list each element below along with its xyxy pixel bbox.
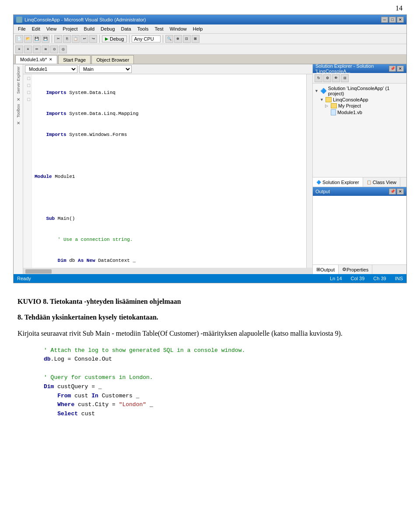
menu-test[interactable]: Test [152, 25, 166, 32]
toolbar-more-1[interactable]: ⊡ [183, 35, 191, 43]
find-icon[interactable]: ⊕ [174, 35, 182, 43]
se-show-all-icon[interactable]: 👁 [332, 74, 340, 82]
indent-icon[interactable]: ≡ [15, 45, 23, 53]
menu-file[interactable]: File [15, 25, 28, 32]
tab-start-page[interactable]: Start Page [58, 55, 91, 64]
code-class-selector[interactable]: Module1 [25, 65, 77, 73]
status-bar: Ready Ln 14 Col 39 Ch 39 INS [14, 274, 406, 283]
restore-button[interactable]: □ [389, 17, 396, 23]
code-line-2: Imports System.Data.Linq.Mapping [35, 110, 304, 117]
h-scroll-thumb[interactable] [25, 269, 52, 274]
outdent-icon[interactable]: ≡ [24, 45, 32, 53]
output-tabs: ⊞ Output ⚙ Properties [313, 264, 406, 274]
title-bar-buttons[interactable]: ─ □ ✕ [381, 17, 404, 23]
comment-icon[interactable]: ✏ [33, 45, 41, 53]
se-tab-cv-label: Class View [373, 180, 396, 185]
toolbox-label[interactable]: Toolbox [16, 102, 21, 120]
code-toolbar: Module1 Main [23, 64, 312, 74]
se-project-item[interactable]: ▼ LinqConsoleApp [315, 97, 405, 103]
code-block-line1: ' Attach the log to show generated SQL i… [44, 346, 402, 355]
menu-window[interactable]: Window [167, 25, 189, 32]
menu-project[interactable]: Project [60, 25, 80, 32]
new-project-icon[interactable]: 📄 [15, 35, 23, 43]
save-icon[interactable]: 💾 [33, 35, 41, 43]
menu-view[interactable]: View [44, 25, 60, 32]
se-myproject-label: My Project [338, 103, 361, 108]
output-tab-props-icon: ⚙ [342, 267, 346, 272]
debug-button[interactable]: ▶ Debug [102, 35, 127, 42]
solution-icon: 🔷 [320, 88, 327, 94]
menu-edit[interactable]: Edit [29, 25, 43, 32]
se-close-button[interactable]: ✕ [397, 66, 404, 72]
status-ins: INS [395, 276, 403, 281]
server-explorer-label[interactable]: Server Explorer [16, 64, 21, 96]
code-editor: Module1 Main □ □ [23, 64, 312, 274]
cpu-dropdown[interactable]: Any CPU [132, 35, 160, 42]
code-content: □ □ □ □ [23, 74, 312, 268]
se-module1-label: Module1.vb [337, 110, 362, 115]
title-bar-text: LinqConsoleApp - Microsoft Visual Studio… [24, 17, 146, 22]
toolbox-close[interactable]: ✕ [17, 121, 20, 125]
ln-expand-7: □ [23, 82, 30, 89]
close-button[interactable]: ✕ [397, 17, 404, 23]
paste-icon[interactable]: 📋 [72, 35, 80, 43]
title-bar-left: LinqConsoleApp - Microsoft Visual Studio… [16, 17, 146, 23]
h-scroll-track [23, 269, 312, 274]
output-pin-button[interactable]: 📌 [389, 188, 396, 195]
breakpoint-icon[interactable]: ⊙ [50, 45, 58, 53]
output-close-button[interactable]: ✕ [397, 188, 404, 195]
cut-icon[interactable]: ✂ [54, 35, 62, 43]
app-icon [16, 17, 22, 23]
menu-bar: File Edit View Project Build Debug Data … [14, 24, 406, 34]
play-icon: ▶ [105, 36, 108, 41]
se-module1-item[interactable]: Module1.vb [315, 109, 405, 116]
tab-module1[interactable]: Module1.vb* ✕ [15, 55, 57, 64]
minimize-button[interactable]: ─ [381, 17, 388, 23]
menu-debug[interactable]: Debug [98, 25, 117, 32]
code-method-selector[interactable]: Main [79, 65, 132, 73]
se-refresh-icon[interactable]: ↻ [315, 74, 322, 82]
se-properties-icon[interactable]: ⚙ [323, 74, 331, 82]
code-block-line6: From cust In Customers _ [44, 392, 402, 401]
code-text[interactable]: Imports System.Data.Linq Imports System.… [32, 74, 306, 268]
se-tab-class-view[interactable]: 📋 Class View [363, 177, 400, 187]
menu-tools[interactable]: Tools [135, 25, 151, 32]
output-content [313, 196, 406, 264]
search-icon[interactable]: 🔍 [165, 35, 173, 43]
tab-module1-close[interactable]: ✕ [49, 57, 52, 62]
se-tab-solution-explorer[interactable]: 🔷 Solution Explorer [313, 177, 363, 187]
code-line-9: Dim db As New DataContext _ [35, 257, 304, 264]
se-tab-se-label: Solution Explorer [322, 180, 359, 185]
watch-icon[interactable]: ◎ [59, 45, 67, 53]
separator-1 [52, 35, 52, 43]
menu-data[interactable]: Data [119, 25, 134, 32]
tab-object-browser[interactable]: Object Browser [91, 55, 134, 64]
server-explorer-close[interactable]: ✕ [17, 97, 20, 102]
se-myproject-item[interactable]: ▷ My Project [315, 103, 405, 109]
se-pin-button[interactable]: 📌 [389, 66, 396, 72]
undo-icon[interactable]: ↩ [80, 35, 88, 43]
se-collapse-icon[interactable]: ⊟ [341, 74, 349, 82]
right-panels: Solution Explorer - Solution 'LinqConsol… [312, 64, 406, 274]
code-block-line4: ' Query for customers in London. [44, 373, 402, 382]
horizontal-scroll[interactable] [23, 268, 312, 274]
open-icon[interactable]: 📂 [24, 35, 32, 43]
solution-expand-icon: ▼ [315, 89, 319, 93]
output-tab-properties[interactable]: ⚙ Properties [339, 265, 372, 274]
copy-icon[interactable]: ⎘ [63, 35, 71, 43]
output-title: Output [315, 189, 330, 194]
ln-expand-21: □ [23, 96, 30, 103]
status-ln: Ln 14 [330, 276, 342, 281]
save-all-icon[interactable]: 💾 [42, 35, 49, 43]
code-vertical-scroll[interactable] [306, 74, 312, 268]
toolbar-more-2[interactable]: ⊠ [192, 35, 200, 43]
format-icon[interactable]: ≋ [42, 45, 49, 53]
menu-build[interactable]: Build [81, 25, 97, 32]
output-tab-output[interactable]: ⊞ Output [313, 265, 339, 274]
menu-help[interactable]: Help [190, 25, 206, 32]
ln-expand-17: □ [23, 89, 30, 96]
project-folder-icon [326, 97, 332, 102]
se-solution-item[interactable]: ▼ 🔷 Solution 'LinqConsoleApp' (1 project… [315, 85, 405, 97]
se-tabs: 🔷 Solution Explorer 📋 Class View [313, 177, 406, 187]
redo-icon[interactable]: ↪ [89, 35, 97, 43]
